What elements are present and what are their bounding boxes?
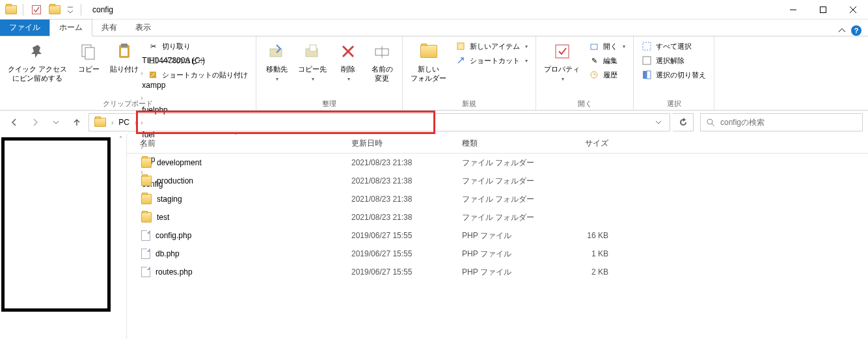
svg-line-28 (712, 124, 714, 126)
delete-button[interactable]: 削除▾ (332, 38, 364, 86)
paste-button[interactable]: 貼り付け (106, 38, 142, 76)
file-type: ファイル フォルダー (455, 194, 553, 205)
file-row[interactable]: db.php2019/06/27 15:55PHP ファイル1 KB (127, 245, 868, 263)
chevron-right-icon[interactable]: › (139, 94, 144, 102)
minimize-button[interactable] (778, 0, 808, 20)
breadcrumb-segment[interactable]: TIH0447300A (C:) (139, 53, 208, 68)
refresh-button[interactable] (673, 113, 694, 131)
back-button[interactable] (5, 113, 23, 131)
svg-rect-8 (121, 44, 128, 47)
main-area: ˄ ˄ 名前 更新日時 種類 サイズ development2021/08/23… (0, 134, 868, 339)
file-list: development2021/08/23 21:38ファイル フォルダーpro… (127, 154, 868, 339)
chevron-right-icon[interactable]: › (139, 70, 144, 77)
app-folder-icon (5, 5, 17, 14)
copy-button[interactable]: コピー (72, 38, 105, 76)
ribbon-group-new: 新しい フォルダー 新しいアイテム▾ ショートカット▾ 新規 (403, 36, 536, 110)
search-icon (706, 118, 715, 127)
file-row[interactable]: development2021/08/23 21:38ファイル フォルダー (127, 154, 868, 172)
shortcut-button[interactable]: ショートカット▾ (452, 54, 532, 67)
qat-dropdown-icon[interactable] (66, 3, 75, 17)
sort-indicator-icon: ˄ (234, 133, 237, 139)
tab-share[interactable]: 共有 (92, 20, 126, 36)
forward-button[interactable] (26, 113, 44, 131)
rename-icon (372, 41, 392, 62)
select-all-button[interactable]: すべて選択 (638, 40, 710, 53)
file-size: 1 KB (553, 249, 615, 258)
column-name[interactable]: 名前 (127, 138, 345, 149)
edit-button[interactable]: ✎編集 (585, 54, 629, 67)
qat-folder-icon[interactable] (47, 3, 62, 17)
shortcut-small-icon (455, 55, 466, 66)
pin-quick-access-button[interactable]: クイック アクセス にピン留めする (4, 38, 71, 86)
file-size: 2 KB (553, 267, 615, 277)
navigation-bar: › PC › TIH0447300A (C:)›xampp›fuelphp›fu… (0, 111, 868, 134)
edit-icon: ✎ (589, 55, 599, 66)
copy-to-icon (302, 41, 323, 62)
tab-home[interactable]: ホーム (49, 19, 92, 36)
new-folder-icon (418, 41, 439, 62)
file-row[interactable]: routes.php2019/06/27 15:55PHP ファイル2 KB (127, 263, 868, 281)
new-item-button[interactable]: 新しいアイテム▾ (452, 40, 532, 53)
svg-rect-9 (121, 48, 128, 56)
ribbon-group-open: プロパティ▾ 開く▾ ✎編集 履歴 開く (536, 36, 634, 110)
column-size[interactable]: サイズ (553, 138, 615, 149)
move-to-button[interactable]: 移動先▾ (260, 38, 293, 86)
invert-selection-button[interactable]: 選択の切り替え (638, 68, 710, 81)
move-icon (266, 41, 287, 62)
address-dropdown-icon[interactable] (650, 119, 667, 126)
recent-locations-button[interactable] (47, 113, 65, 131)
breadcrumb-segment[interactable]: fuelphp (139, 102, 208, 118)
folder-icon (141, 176, 152, 186)
svg-rect-21 (591, 44, 597, 49)
maximize-button[interactable] (808, 0, 838, 20)
column-headers: ˄ 名前 更新日時 種類 サイズ (127, 134, 868, 154)
chevron-right-icon[interactable]: › (133, 119, 138, 126)
up-button[interactable] (68, 113, 86, 131)
file-row[interactable]: test2021/08/23 21:38ファイル フォルダー (127, 208, 868, 226)
chevron-right-icon[interactable]: › (139, 119, 144, 126)
copy-to-button[interactable]: コピー先▾ (294, 38, 331, 86)
column-type[interactable]: 種類 (455, 138, 553, 149)
qat-checkbox-icon[interactable] (29, 3, 44, 17)
chevron-right-icon[interactable]: › (110, 119, 115, 126)
pin-icon (27, 41, 48, 62)
ribbon-group-select: すべて選択 選択解除 選択の切り替え 選択 (634, 36, 714, 110)
select-none-icon (642, 55, 652, 66)
select-none-button[interactable]: 選択解除 (638, 54, 710, 67)
copy-icon (78, 41, 99, 62)
history-button[interactable]: 履歴 (585, 68, 629, 81)
properties-button[interactable]: プロパティ▾ (540, 38, 584, 86)
column-date[interactable]: 更新日時 (345, 138, 455, 149)
file-row[interactable]: config.php2019/06/27 15:55PHP ファイル16 KB (127, 226, 868, 245)
tab-file[interactable]: ファイル (0, 20, 49, 36)
svg-rect-14 (310, 45, 316, 51)
file-name: config.php (156, 231, 191, 240)
breadcrumb-pc[interactable]: PC (116, 115, 132, 130)
file-name: staging (157, 195, 182, 204)
address-bar[interactable]: › PC › TIH0447300A (C:)›xampp›fuelphp›fu… (88, 113, 670, 131)
file-row[interactable]: staging2021/08/23 21:38ファイル フォルダー (127, 190, 868, 208)
help-icon[interactable]: ? (851, 25, 861, 36)
file-row[interactable]: production2021/08/23 21:38ファイル フォルダー (127, 172, 868, 190)
new-folder-button[interactable]: 新しい フォルダー (407, 38, 450, 86)
navigation-pane[interactable]: ˄ (0, 134, 127, 339)
paste-icon (114, 41, 135, 62)
cut-button[interactable]: ✂切り取り (144, 40, 252, 53)
tab-view[interactable]: 表示 (126, 20, 160, 36)
open-button[interactable]: 開く▾ (585, 40, 629, 53)
collapse-ribbon-icon[interactable] (838, 27, 846, 34)
properties-icon (552, 41, 573, 62)
file-size: 16 KB (553, 231, 615, 240)
folder-icon (141, 157, 152, 168)
ribbon: クイック アクセス にピン留めする コピー 貼り付け ✂切り取り パスのコピー … (0, 36, 868, 111)
file-type: ファイル フォルダー (455, 212, 553, 223)
rename-button[interactable]: 名前の 変更 (366, 38, 398, 86)
search-box[interactable] (700, 113, 863, 131)
file-date: 2019/06/27 15:55 (345, 231, 455, 240)
search-input[interactable] (720, 118, 857, 127)
scroll-up-icon[interactable]: ˄ (115, 135, 126, 142)
close-button[interactable] (838, 0, 868, 20)
open-icon (589, 41, 599, 51)
file-name: routes.php (156, 267, 193, 277)
breadcrumb-segment[interactable]: xampp (139, 77, 208, 93)
